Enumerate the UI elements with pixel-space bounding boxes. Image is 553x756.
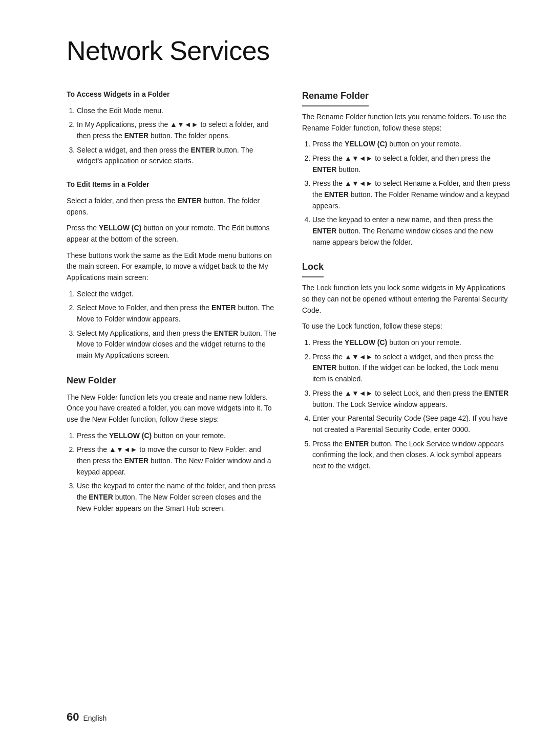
rename-folder-intro: The Rename Folder function lets you rena… [302,112,512,134]
edit-items-steps: Select the widget. Select Move to Folder… [67,289,276,361]
edit-items-para3: These buttons work the same as the Edit … [67,250,276,284]
rename-folder-section: Rename Folder The Rename Folder function… [302,89,512,248]
list-item: Select Move to Folder, and then press th… [77,303,276,325]
list-item: Enter your Parental Security Code (See p… [312,413,512,435]
list-item: Press the YELLOW (C) button on your remo… [312,139,512,150]
edit-items-section: To Edit Items in a Folder Select a folde… [67,179,276,361]
rename-folder-steps: Press the YELLOW (C) button on your remo… [302,139,512,248]
page-language: English [83,714,107,722]
list-item: Press the ▲▼◄► to select a widget, and t… [312,352,512,385]
main-content: To Access Widgets in a Folder Close the … [67,89,512,527]
list-item: Press the ▲▼◄► to select Rename a Folder… [312,178,512,211]
list-item: Select My Applications, and then press t… [77,328,276,361]
list-item: Press the ▲▼◄► to select Lock, and then … [312,388,512,410]
access-widgets-heading: To Access Widgets in a Folder [67,89,276,100]
list-item: Press the ▲▼◄► to move the cursor to New… [77,444,276,478]
page-number: 60 [67,710,79,723]
list-item: In My Applications, press the ▲▼◄► to se… [77,119,276,141]
list-item: Use the keypad to enter a new name, and … [312,214,512,248]
page-title: Network Services [67,31,512,71]
page-footer: 60English [67,708,107,725]
new-folder-intro: The New Folder function lets you create … [67,392,276,425]
lock-steps: Press the YELLOW (C) button on your remo… [302,337,512,472]
right-column: Rename Folder The Rename Folder function… [302,89,512,527]
lock-heading: Lock [302,260,324,277]
lock-section: Lock The Lock function lets you lock som… [302,260,512,471]
list-item: Select the widget. [77,289,276,300]
access-widgets-section: To Access Widgets in a Folder Close the … [67,89,276,167]
list-item: Select a widget, and then press the ENTE… [77,145,276,167]
lock-intro1: The Lock function lets you lock some wid… [302,283,512,316]
edit-items-heading: To Edit Items in a Folder [67,179,276,190]
list-item: Press the ▲▼◄► to select a folder, and t… [312,153,512,175]
new-folder-heading: New Folder [67,374,276,388]
edit-items-para1: Select a folder, and then press the ENTE… [67,196,276,218]
list-item: Press the ENTER button. The Lock Service… [312,439,512,472]
left-column: To Access Widgets in a Folder Close the … [67,89,276,527]
list-item: Use the keypad to enter the name of the … [77,481,276,514]
list-item: Press the YELLOW (C) button on your remo… [312,337,512,349]
access-widgets-steps: Close the Edit Mode menu. In My Applicat… [67,105,276,167]
edit-items-para2: Press the YELLOW (C) button on your remo… [67,223,276,245]
rename-folder-heading: Rename Folder [302,89,369,106]
lock-intro2: To use the Lock function, follow these s… [302,321,512,332]
list-item: Press the YELLOW (C) button on your remo… [77,430,276,442]
list-item: Close the Edit Mode menu. [77,105,276,117]
new-folder-steps: Press the YELLOW (C) button on your remo… [67,430,276,514]
new-folder-section: New Folder The New Folder function lets … [67,374,276,514]
